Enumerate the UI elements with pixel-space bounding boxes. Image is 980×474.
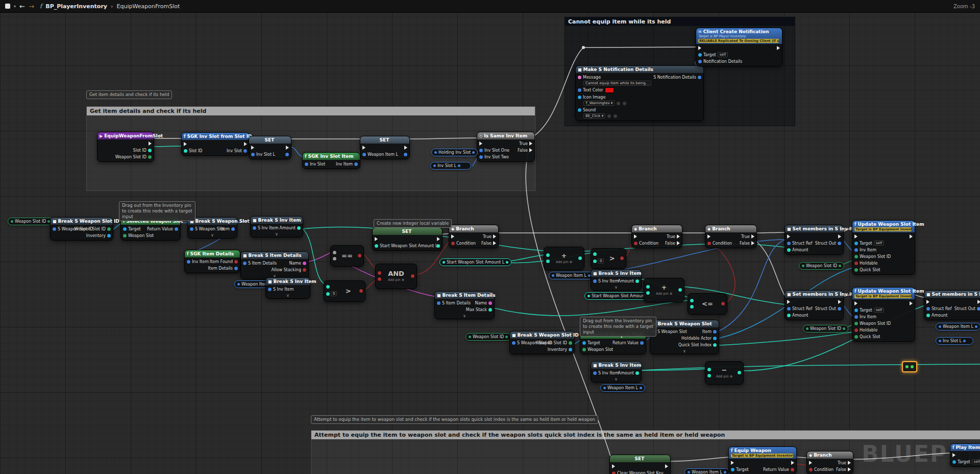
bool-pin-icon[interactable]	[620, 256, 624, 260]
s-weapon-slot-id-pin-icon[interactable]	[512, 341, 516, 345]
pin-weapon-slot-id-in[interactable]: Weapon Slot ID	[854, 254, 891, 259]
pin-sound-in[interactable]: Sound	[578, 107, 651, 112]
pin-exec-in[interactable]	[787, 299, 811, 304]
expand-arrow-icon[interactable]: ∨	[251, 232, 303, 237]
node-play-item-equip[interactable]: fPlay Item EquipTargetself	[950, 443, 980, 467]
bool-pin-icon[interactable]	[358, 254, 361, 257]
node-set-members-in-s-inv-item-2[interactable]: ■Set members in S Inv ItemStruct RefAmou…	[785, 290, 844, 320]
weapon-item-l-pin-icon[interactable]	[362, 153, 366, 156]
varget-weapon-item-l-get-2[interactable]: Weapon Item L	[549, 272, 594, 279]
weapon-slot-id-pin-icon[interactable]	[107, 227, 111, 231]
pin-return-value-out[interactable]: Return Value	[147, 226, 178, 231]
value-field[interactable]: 0	[598, 258, 604, 264]
pin-quick-slot-index-out[interactable]: Quick Slot Index	[678, 342, 717, 347]
node-break-s-inv-item-4[interactable]: ■Break S Inv ItemS Inv ItemAmount∨	[591, 361, 642, 383]
exec-pin-icon[interactable]	[286, 146, 289, 150]
allow-stacking-pin-icon[interactable]	[303, 268, 306, 272]
output-pin-icon[interactable]	[458, 164, 460, 167]
inv-item-pin-icon[interactable]	[354, 162, 358, 166]
holdable-pin-icon[interactable]	[854, 328, 858, 332]
item-details-pin-icon[interactable]	[234, 267, 238, 270]
int-pin-icon[interactable]	[646, 291, 650, 295]
exec-pin-icon[interactable]	[809, 461, 812, 465]
struct-out-pin-icon[interactable]	[838, 307, 841, 311]
pin-name-out[interactable]: Name	[289, 260, 306, 266]
pin-weapon-slot-id-out[interactable]: Weapon Slot ID	[75, 226, 111, 231]
pin-input[interactable]: 0	[326, 291, 337, 296]
pin-exec-out[interactable]	[910, 301, 913, 306]
pin-s-weapon-slot-in[interactable]: S Weapon Slot	[190, 226, 218, 231]
wild-pin-icon[interactable]	[333, 257, 336, 260]
pin-exec-out[interactable]	[244, 141, 247, 147]
output-pin-icon[interactable]	[472, 151, 475, 154]
node-greater-than-1[interactable]: 0>	[324, 280, 365, 302]
pin-input[interactable]: 0	[593, 258, 604, 264]
start-weapon-slot-amount-l-pin-icon[interactable]	[375, 244, 378, 248]
pin-slot-id-in[interactable]: Slot ID	[184, 148, 202, 153]
pin-false-out[interactable]: False	[836, 467, 851, 472]
pin-true-out[interactable]: True	[519, 141, 532, 146]
value-field[interactable]: 0	[331, 291, 337, 296]
s-inv-item-pin-icon[interactable]	[268, 288, 272, 291]
int-pin-icon[interactable]	[436, 244, 440, 248]
condition-pin-icon[interactable]	[707, 242, 711, 245]
exec-pin-icon[interactable]	[751, 241, 754, 245]
bool-pin-icon[interactable]	[721, 302, 725, 305]
pin-input[interactable]	[593, 252, 604, 256]
pin-icon-image-in[interactable]: Icon Image	[578, 94, 651, 100]
notification-details-pin-icon[interactable]	[698, 60, 702, 63]
s-weapon-slot-pin-icon[interactable]	[190, 227, 193, 231]
exec-pin-icon[interactable]	[375, 237, 378, 241]
pin-s-inv-item-in[interactable]: S Inv Item	[593, 278, 616, 283]
node-sgk-inv-slot-item[interactable]: fSGK Inv Slot ItemInv SlotInv Item	[302, 152, 360, 169]
pin-amount-in[interactable]: Amount	[787, 313, 811, 318]
exec-pin-icon[interactable]	[362, 146, 365, 150]
output-pin-icon[interactable]	[839, 265, 841, 267]
varget-inv-slot-l-get-2[interactable]: Inv Slot L	[936, 337, 973, 345]
pin-inventory-out[interactable]: Inventory	[548, 347, 572, 352]
pin-exec-in[interactable]	[184, 141, 202, 147]
pin-input[interactable]	[707, 368, 711, 371]
icon-image-pin-icon[interactable]	[578, 96, 581, 99]
node-greater-than-2[interactable]: 0>	[591, 248, 626, 269]
pin-inv-slot-two-in[interactable]: Inv Slot Two	[479, 154, 509, 159]
use-selected-icon[interactable]	[622, 101, 627, 106]
pin-s-inv-item-in[interactable]: S Inv Item	[593, 370, 616, 375]
exec-pin-icon[interactable]	[838, 300, 841, 304]
caret-down-icon[interactable]: ▾	[14, 4, 16, 9]
amount-pin-icon[interactable]	[635, 371, 639, 375]
int-pin-icon[interactable]	[546, 253, 550, 257]
node-update-weapon-slot-item-2[interactable]: fUpdate Weapon Slot ItemTarget is BP Equ…	[852, 287, 915, 342]
exec-pin-icon[interactable]	[707, 234, 710, 239]
node-break-s-weapon-slot-id-2[interactable]: ■Break S Weapon Slot IDS Weapon Slot IDW…	[509, 331, 575, 354]
asset-dropdown[interactable]: T_Warningtex ▾	[583, 101, 615, 106]
value-field[interactable]: self	[972, 459, 980, 464]
pin-weapon-slot-in[interactable]: Weapon Slot	[582, 347, 610, 352]
pin-struct-out[interactable]	[285, 152, 289, 157]
output-pin-icon[interactable]	[843, 327, 845, 330]
varget-holding-inv-slot-get[interactable]: Holding Inv Slot	[431, 149, 478, 156]
varget-start-weapon-slot-amount-l-get-1[interactable]: Start Weapon Slot Amount L	[439, 258, 511, 266]
node-add-2[interactable]: +Add pin ⊕	[644, 278, 684, 302]
pin-input[interactable]	[333, 251, 336, 254]
varget-weapon-slot-id-get-4[interactable]: Weapon Slot ID	[465, 333, 511, 341]
condition-pin-icon[interactable]	[809, 468, 813, 471]
inv-slot-two-pin-icon[interactable]	[479, 155, 483, 159]
int-pin-icon[interactable]	[326, 292, 330, 296]
exec-pin-icon[interactable]	[854, 234, 857, 239]
add-pin-button[interactable]: Add pin ⊕	[713, 374, 736, 378]
value-field[interactable]: Cannot equip item while its being held	[583, 81, 651, 86]
pin-condition-in[interactable]: Condition	[707, 241, 732, 246]
pin-condition-in[interactable]: Condition	[809, 467, 832, 472]
struct-out-pin-icon[interactable]	[977, 307, 980, 311]
pin-input[interactable]	[707, 374, 711, 377]
pin-exec-in[interactable]	[854, 301, 891, 306]
exec-pin-icon[interactable]	[791, 461, 794, 465]
value-field[interactable]: self	[874, 241, 884, 246]
pin-exec-in[interactable]	[612, 464, 659, 469]
pin-false-out[interactable]: False	[518, 148, 532, 153]
pin-quick-slot-in[interactable]: Quick Slot	[854, 334, 891, 339]
exec-pin-icon[interactable]	[848, 467, 851, 471]
pin-exec-in[interactable]	[854, 234, 891, 239]
pin-allow-stacking-out[interactable]: Allow Stacking	[272, 267, 306, 272]
